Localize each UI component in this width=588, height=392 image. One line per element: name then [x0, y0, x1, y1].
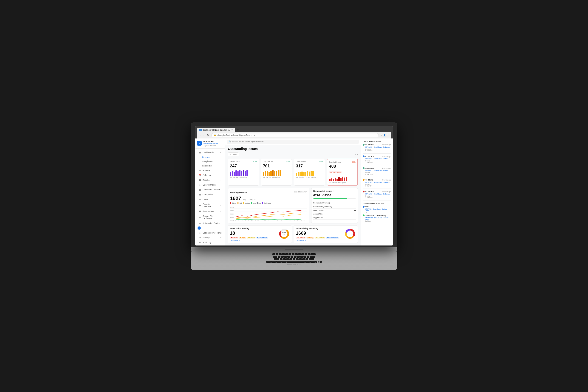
sidebar-item-generic-database[interactable]: ▦ Generic Database ▼ [196, 202, 224, 209]
upcoming-test-sub[interactable]: MX-VN1 · SmartScan · Critical Tests [366, 208, 391, 212]
phase-5-date: 02-05-2024 [366, 190, 374, 193]
filter-icon: ▼ [230, 154, 232, 156]
browser-toolbar: ‹ › ↻ 🔒 ninja-giraffe.uk.vulnerability-p… [197, 132, 391, 138]
key-e [279, 253, 282, 255]
phase-1-ago: 4 months ago [382, 144, 391, 146]
reload-button[interactable]: ↻ [206, 133, 210, 137]
sidebar-item-secure-file[interactable]: ◈ Secure File Exchange [196, 214, 224, 221]
sidebar-item-compliance[interactable]: Compliance [196, 159, 224, 164]
svg-text:Medium: Medium [282, 232, 286, 233]
key-bracket-l [304, 253, 307, 255]
phase-2-name[interactable]: NVMe-01 · SmartScan · Enduse... [366, 158, 391, 160]
key-cmd-l [281, 261, 286, 263]
browser-tab-active[interactable]: Dashboard | Ninja Giraffe | b... ✕ [197, 128, 235, 132]
svg-text:3,000: 3,000 [230, 216, 234, 218]
key-v [290, 258, 292, 260]
sidebar-item-remediator[interactable]: Remediator [196, 164, 224, 168]
right-panel: Latest phases/scans 08-05-2024 4 months … [360, 138, 393, 246]
vuln-learn-more[interactable]: Learn more → [296, 240, 342, 241]
sidebar-item-automation[interactable]: ◈ Automation Centre [196, 221, 224, 226]
key-option [276, 261, 281, 263]
svg-rect-32 [333, 179, 334, 181]
forward-button[interactable]: › [202, 133, 205, 137]
metric-critical-chart [230, 170, 257, 176]
tab-close-icon[interactable]: ✕ [231, 129, 233, 131]
permissions-arrow: ▼ [220, 210, 222, 212]
svg-text:Aug 24: Aug 24 [294, 220, 298, 221]
sidebar: # Ninja Giraffe View Another Tenant Cogn… [195, 138, 225, 246]
phase-1-name[interactable]: NVMe-01 · SmartScan · Enduse... [366, 146, 391, 148]
phase-3-ago: 4 months ago [382, 168, 391, 169]
upcoming-test-dot [363, 206, 364, 208]
pentest-info: Penetration Testing 18 Critical High [230, 227, 276, 241]
key-enter [310, 256, 315, 258]
phase-4-name[interactable]: NVMe-01 · SmartScan · Enduse... [366, 182, 391, 183]
results-icon: ▦ [198, 179, 201, 181]
upcoming-smartscan-sub[interactable]: MX-58765 · SmartScan · Critical Daily [366, 217, 391, 220]
upcoming-smartscan-dot [363, 214, 364, 216]
browser-chrome: Dashboard | Ninja Giraffe | b... ✕ + ‹ ›… [195, 126, 393, 138]
search-input[interactable] [232, 140, 357, 142]
svg-rect-7 [243, 170, 244, 176]
metric-exploitable-title: Exploitable Is... [329, 161, 341, 163]
svg-text:Jun 24: Jun 24 [281, 220, 285, 221]
tenant-label[interactable]: View Another Tenant [203, 142, 218, 145]
phase-item-1: 08-05-2024 4 months ago NVMe-01 · SmartS… [363, 144, 391, 154]
key-option-r [310, 261, 315, 263]
vuln-badge-critical: 349 Critical [296, 237, 306, 239]
sidebar-item-companies[interactable]: ▦ Companies [196, 192, 224, 197]
key-p [301, 253, 304, 255]
pentest-badge-critical: Critical [230, 237, 238, 239]
sidebar-item-results[interactable]: ▦ Results ▼ [196, 178, 224, 182]
svg-rect-13 [268, 172, 270, 176]
sidebar-item-settings[interactable]: ⚙ Settings ▼ [196, 236, 224, 240]
metric-high-header: High Risk Iss... 0.0% [263, 161, 290, 163]
next-button[interactable]: › [357, 153, 358, 156]
svg-rect-14 [270, 170, 272, 176]
sidebar-item-permissions[interactable]: ▦ Permissions ▼ [196, 209, 224, 214]
metric-medium-change: 0.0% [319, 161, 323, 162]
address-bar[interactable]: 🔒 ninja-giraffe.uk.vulnerability-platfor… [211, 133, 379, 137]
phase-1-date: 08-05-2024 [366, 144, 374, 146]
new-tab-button[interactable]: + [236, 128, 240, 132]
sidebar-item-dashboards[interactable]: ▦ Dashboards ▼ [196, 150, 224, 155]
macbook-label: MacBook Pro [287, 264, 301, 266]
app-content: # Ninja Giraffe View Another Tenant Cogn… [195, 138, 393, 246]
phase-4-dot [363, 179, 364, 181]
settings-arrow: ▼ [220, 237, 222, 238]
laptop-notch [285, 249, 303, 250]
filter-bar: ▼ Filter ‹ › [228, 152, 358, 156]
vuln-badges: 349 Critical 787 High 311 Medium 404 Exp… [296, 237, 342, 239]
sidebar-item-document-creation[interactable]: ▦ Document Creation [196, 188, 224, 192]
sidebar-item-overview[interactable]: Overview [196, 155, 224, 159]
phase-3-name[interactable]: NVMe-01 · SmartScan · Enduse... [366, 170, 391, 171]
svg-rect-29 [312, 171, 314, 176]
pentest-learn-more[interactable]: Learn more → [230, 240, 276, 241]
pentest-badges: Critical High Medium [230, 237, 276, 239]
sidebar-item-audit-log[interactable]: ◈ Audit Log [196, 240, 224, 245]
key-bracket-r [308, 253, 310, 255]
key-s [281, 256, 284, 258]
svg-rect-18 [278, 170, 279, 176]
sidebar-item-connected-accounts[interactable]: ◈ Connected Accounts [196, 230, 224, 235]
key-semicolon [307, 256, 310, 258]
rem-row-unverified: Remediated (Unverified) — [313, 205, 356, 208]
back-button[interactable]: ‹ [199, 133, 202, 137]
sidebar-item-users[interactable]: ◈ Users [196, 197, 224, 202]
questionnaires-arrow: ▼ [220, 184, 222, 186]
sidebar-item-calendar[interactable]: 📅 Calendar [196, 173, 224, 178]
companies-icon: ▦ [198, 193, 201, 196]
svg-rect-1 [232, 171, 233, 176]
permissions-label: Permissions [202, 210, 214, 212]
svg-rect-19 [280, 170, 281, 176]
sidebar-item-projects[interactable]: ◈ Projects [196, 168, 224, 173]
key-left [315, 261, 317, 263]
filter-button[interactable]: ▼ Filter [228, 152, 239, 156]
svg-rect-16 [274, 171, 276, 176]
svg-rect-9 [246, 170, 248, 176]
phase-5-name[interactable]: NVMe-01 · SmartScan · Enduse... [366, 193, 391, 195]
key-backspace [311, 253, 316, 255]
prev-button[interactable]: ‹ [355, 153, 356, 156]
questionnaires-icon: ◈ [198, 184, 201, 186]
sidebar-item-questionnaires[interactable]: ◈ Questionnaires ▼ [196, 182, 224, 187]
